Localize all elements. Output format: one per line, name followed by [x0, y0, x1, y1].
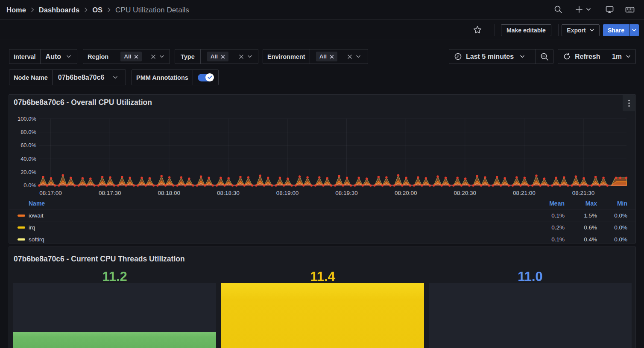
svg-text:80.0%: 80.0% [20, 129, 36, 135]
svg-text:08:18:00: 08:18:00 [158, 190, 181, 196]
svg-text:0.0%: 0.0% [23, 182, 36, 188]
svg-text:08:19:30: 08:19:30 [335, 190, 358, 196]
svg-text:08:21:00: 08:21:00 [513, 190, 536, 196]
svg-text:08:20:00: 08:20:00 [395, 190, 417, 196]
svg-text:20.0%: 20.0% [20, 169, 36, 175]
svg-text:100.0%: 100.0% [18, 116, 37, 122]
svg-text:08:17:30: 08:17:30 [99, 190, 121, 196]
svg-text:40.0%: 40.0% [20, 156, 36, 162]
svg-text:08:20:30: 08:20:30 [454, 190, 477, 196]
svg-text:08:21:30: 08:21:30 [572, 190, 595, 196]
svg-text:08:17:00: 08:17:00 [39, 190, 62, 196]
svg-text:08:18:30: 08:18:30 [217, 190, 240, 196]
svg-text:60.0%: 60.0% [20, 142, 36, 148]
svg-text:08:19:00: 08:19:00 [276, 190, 299, 196]
